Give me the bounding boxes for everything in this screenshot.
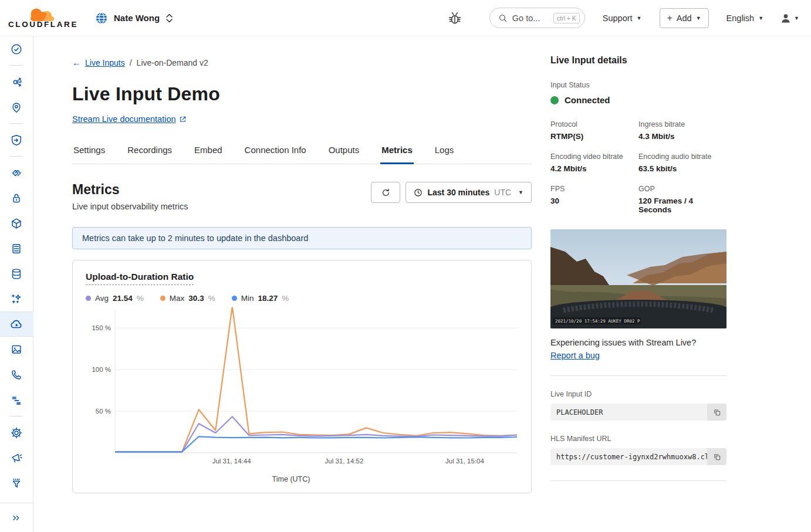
legend-label: Min	[241, 294, 254, 303]
sidebar-item-images[interactable]	[0, 337, 33, 362]
sidebar-item-queues[interactable]	[0, 387, 33, 412]
report-bug-link[interactable]: Report a bug	[550, 351, 600, 360]
main-content: ← Live Inputs / Live-on-Demand v2 Live I…	[72, 36, 532, 493]
sidebar-item-stream[interactable]	[0, 311, 33, 337]
tab-logs[interactable]: Logs	[434, 140, 455, 164]
field-value: 120 Frames / 4 Seconds	[638, 196, 726, 214]
legend-dot-avg	[86, 296, 91, 301]
sidebar-item-security-shield[interactable]	[0, 127, 33, 153]
tab-bar: Settings Recordings Embed Connection Inf…	[72, 140, 532, 164]
sidebar-item-calls[interactable]	[0, 362, 33, 387]
sidebar-item-locations[interactable]	[0, 94, 33, 120]
account-switch-icon	[165, 13, 173, 23]
dashcam-preview-image: 2021/10/20 17:54:29 AUKEY DR02 P	[550, 229, 726, 328]
hls-manifest-value[interactable]: https://customer-igynxd2rwhmuoxw8.cloudf	[550, 448, 707, 465]
tab-metrics[interactable]: Metrics	[380, 140, 414, 164]
field-value: RTMP(S)	[550, 132, 638, 141]
sidebar-collapse[interactable]	[0, 503, 33, 532]
refresh-button[interactable]	[371, 182, 400, 203]
details-heading: Live Input details	[550, 55, 726, 66]
field-label: Encoding audio bitrate	[638, 153, 726, 161]
legend-dot-min	[232, 296, 237, 301]
hls-manifest-field: https://customer-igynxd2rwhmuoxw8.cloudf	[550, 448, 726, 465]
search-icon	[498, 13, 508, 23]
breadcrumb-live-inputs-link[interactable]: Live Inputs	[85, 58, 125, 67]
account-name: Nate Wong	[114, 13, 160, 23]
svg-text:Jul 31, 15:04: Jul 31, 15:04	[445, 458, 484, 465]
issues-text: Experiencing issues with Stream Live?	[550, 338, 726, 347]
add-button[interactable]: + Add ▼	[660, 8, 709, 28]
field-value: 4.3 Mbit/s	[638, 132, 726, 141]
field-value: 4.2 Mbit/s	[550, 164, 638, 173]
field-value: 63.5 kbit/s	[638, 164, 726, 173]
language-menu[interactable]: English ▼	[726, 13, 763, 23]
time-zone: UTC	[494, 188, 511, 197]
legend-label: Max	[170, 294, 185, 303]
live-preview-thumbnail[interactable]: 2021/10/20 17:54:29 AUKEY DR02 P	[550, 229, 726, 328]
tab-connection-info[interactable]: Connection Info	[244, 140, 307, 164]
sidebar-item-workers-cube[interactable]	[0, 211, 33, 236]
legend-min[interactable]: Min 18.27 %	[232, 294, 289, 303]
sidebar-item-time-analytics[interactable]	[0, 36, 33, 62]
divider	[550, 480, 726, 481]
plus-icon: +	[667, 13, 673, 23]
clock-icon	[414, 188, 423, 197]
legend-value: 30.3	[188, 294, 204, 303]
copy-live-input-id-button[interactable]	[707, 404, 726, 421]
language-label: English	[726, 13, 755, 23]
sidebar-item-server-rack[interactable]	[0, 236, 33, 261]
add-label: Add	[677, 13, 692, 23]
svg-text:100 %: 100 %	[92, 366, 111, 373]
hls-manifest-label: HLS Manifest URL	[550, 435, 726, 443]
live-input-id-value[interactable]: PLACEHOLDER	[550, 404, 707, 421]
chart-card: Upload-to-Duration Ratio Avg 21.54 % Max…	[72, 260, 532, 493]
metrics-heading: Metrics	[72, 182, 188, 198]
line-chart: 50 %100 %150 %Jul 31, 14:44Jul 31, 14:52…	[86, 306, 518, 474]
stream-docs-link[interactable]: Stream Live documentation	[72, 114, 176, 124]
copy-hls-url-button[interactable]	[707, 448, 726, 465]
sidebar-item-database[interactable]	[0, 261, 33, 286]
side-nav	[0, 36, 33, 532]
legend-max[interactable]: Max 30.3 %	[160, 294, 215, 303]
sidebar-item-settings[interactable]	[0, 420, 33, 445]
sidebar-item-announcements[interactable]	[0, 445, 33, 470]
tab-outputs[interactable]: Outputs	[327, 140, 361, 164]
sidebar-divider	[0, 120, 33, 127]
external-link-icon	[179, 116, 187, 123]
sidebar-item-network[interactable]	[0, 69, 33, 94]
sidebar-item-lock-ssl[interactable]	[0, 185, 33, 211]
legend-label: Avg	[95, 294, 109, 303]
global-search-input[interactable]: Go to... ctrl + K	[489, 8, 585, 28]
metrics-subheading: Live input observability metrics	[72, 202, 188, 211]
breadcrumb-current: Live-on-Demand v2	[137, 58, 208, 67]
cloudflare-logo[interactable]: CLOUDFLARE	[8, 8, 77, 29]
legend-unit: %	[208, 294, 215, 303]
bug-report-icon[interactable]	[447, 11, 462, 26]
tab-embed[interactable]: Embed	[193, 140, 224, 164]
legend-avg[interactable]: Avg 21.54 %	[86, 294, 144, 303]
chevron-down-icon: ▼	[794, 15, 799, 21]
page-title: Live Input Demo	[72, 83, 532, 105]
account-selector[interactable]: Nate Wong	[95, 12, 173, 25]
time-range-dropdown[interactable]: Last 30 minutes UTC ▼	[406, 182, 532, 203]
svg-text:Jul 31, 14:44: Jul 31, 14:44	[212, 458, 251, 465]
refresh-icon	[381, 188, 391, 198]
chevron-down-icon: ▼	[758, 15, 763, 21]
tab-settings[interactable]: Settings	[72, 140, 106, 164]
sidebar-item-funnel[interactable]	[0, 470, 33, 496]
tab-recordings[interactable]: Recordings	[126, 140, 173, 164]
status-dot-connected	[550, 96, 559, 104]
user-menu[interactable]: ▼	[780, 12, 799, 24]
sidebar-item-ai-sparkles[interactable]	[0, 286, 33, 311]
sidebar-divider	[0, 62, 33, 69]
field-label: FPS	[550, 185, 638, 193]
search-placeholder: Go to...	[512, 13, 549, 23]
live-input-id-label: Live Input ID	[550, 390, 726, 398]
back-arrow-icon: ←	[72, 57, 81, 67]
legend-value: 18.27	[258, 294, 278, 303]
sidebar-divider	[0, 153, 33, 160]
support-menu[interactable]: Support ▼	[603, 13, 642, 23]
search-shortcut-badge: ctrl + K	[553, 13, 580, 23]
legend-unit: %	[137, 294, 144, 303]
sidebar-item-speed[interactable]	[0, 160, 33, 185]
